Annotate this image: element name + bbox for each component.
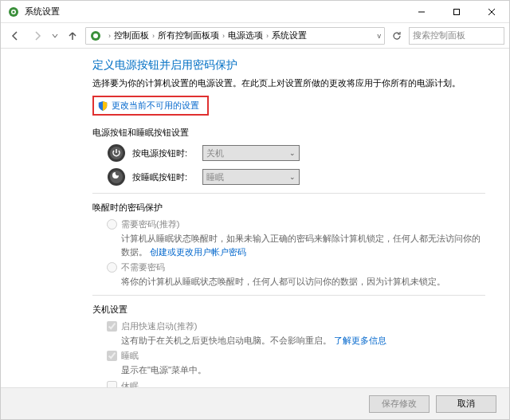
breadcrumb-icon xyxy=(89,29,102,42)
sleep-button-dropdown: 睡眠 ⌄ xyxy=(202,169,300,185)
recent-dropdown-icon[interactable] xyxy=(50,26,60,45)
learn-more-link[interactable]: 了解更多信息 xyxy=(334,336,386,345)
window-title: 系统设置 xyxy=(25,6,404,18)
power-icon xyxy=(107,143,126,163)
fastboot-label: 启用快速启动(推荐) xyxy=(121,320,197,332)
sleep-icon xyxy=(107,167,126,186)
fastboot-checkbox xyxy=(107,321,117,332)
divider xyxy=(92,295,485,296)
chevron-right-icon: › xyxy=(108,32,111,40)
window-controls xyxy=(404,1,509,23)
search-placeholder: 搜索控制面板 xyxy=(413,29,465,41)
up-button[interactable] xyxy=(63,26,82,45)
change-unavailable-settings-link[interactable]: 更改当前不可用的设置 xyxy=(112,100,199,112)
maximize-button[interactable] xyxy=(439,1,474,23)
search-input[interactable]: 搜索控制面板 xyxy=(409,27,504,45)
svg-point-2 xyxy=(13,10,15,13)
refresh-button[interactable] xyxy=(388,27,406,45)
chevron-right-icon: › xyxy=(266,32,269,40)
admin-link-highlight: 更改当前不可用的设置 xyxy=(92,96,209,116)
content: 定义电源按钮并启用密码保护 选择要为你的计算机设置的电源设置。在此页上对设置所做… xyxy=(1,49,509,387)
cancel-button[interactable]: 取消 xyxy=(436,395,496,413)
hibernate-check-label: 休眠 xyxy=(121,380,139,388)
require-password-label: 需要密码(推荐) xyxy=(121,218,179,230)
section-shutdown-title: 关机设置 xyxy=(92,304,485,316)
require-password-subtext: 计算机从睡眠状态唤醒时，如果未输入正确的密码来解除计算机锁定，任何人都无法访问你… xyxy=(121,232,485,258)
chevron-right-icon: › xyxy=(152,32,155,40)
section-password-title: 唤醒时的密码保护 xyxy=(92,202,485,214)
breadcrumb-seg[interactable]: 控制面板 xyxy=(114,29,149,41)
window: 系统设置 › 控制面板 › 所有控制面板项 › 电源选项 › 系统设置 v 搜索… xyxy=(0,0,510,420)
sleep-button-label: 按睡眠按钮时: xyxy=(132,171,196,183)
sleep-subtext: 显示在"电源"菜单中。 xyxy=(121,363,485,377)
titlebar: 系统设置 xyxy=(1,1,509,23)
require-password-radio xyxy=(107,219,117,230)
fastboot-check-row: 启用快速启动(推荐) xyxy=(107,320,485,332)
fastboot-subtext: 这有助于在关机之后更快地启动电脑。不会影响重启。 了解更多信息 xyxy=(121,334,485,347)
page-description: 选择要为你的计算机设置的电源设置。在此页上对设置所做的更改将应用于你所有的电源计… xyxy=(92,77,485,89)
hibernate-checkbox xyxy=(107,381,117,388)
svg-rect-4 xyxy=(454,9,460,14)
svg-point-8 xyxy=(93,33,98,38)
app-icon xyxy=(7,6,20,18)
require-password-radio-row: 需要密码(推荐) xyxy=(107,218,485,230)
create-change-password-link[interactable]: 创建或更改用户帐户密码 xyxy=(150,247,246,257)
chevron-right-icon: › xyxy=(222,32,225,40)
back-button[interactable] xyxy=(6,26,25,45)
save-button: 保存修改 xyxy=(369,395,430,413)
chevron-down-icon: ⌄ xyxy=(289,149,296,157)
chevron-down-icon: ⌄ xyxy=(289,173,296,181)
sleep-button-row: 按睡眠按钮时: 睡眠 ⌄ xyxy=(107,167,485,186)
sleep-checkbox xyxy=(107,351,117,361)
power-button-label: 按电源按钮时: xyxy=(132,147,196,159)
hibernate-check-row: 休眠 xyxy=(107,380,485,388)
section-buttons-title: 电源按钮和睡眠按钮设置 xyxy=(92,127,485,139)
sleep-check-row: 睡眠 xyxy=(107,350,485,362)
minimize-button[interactable] xyxy=(404,1,439,23)
breadcrumb-seg[interactable]: 电源选项 xyxy=(228,29,263,41)
sleep-button-value: 睡眠 xyxy=(206,171,224,183)
breadcrumb[interactable]: › 控制面板 › 所有控制面板项 › 电源选项 › 系统设置 v xyxy=(85,27,385,45)
no-password-radio-row: 不需要密码 xyxy=(107,261,485,273)
breadcrumb-seg[interactable]: 所有控制面板项 xyxy=(158,29,219,41)
close-button[interactable] xyxy=(474,1,509,23)
no-password-subtext: 将你的计算机从睡眠状态唤醒时，任何人都可以访问你的数据，因为计算机未锁定。 xyxy=(121,275,485,289)
breadcrumb-seg[interactable]: 系统设置 xyxy=(272,29,307,41)
power-button-value: 关机 xyxy=(206,147,224,159)
chevron-down-icon[interactable]: v xyxy=(378,32,382,40)
shield-icon xyxy=(97,100,108,112)
power-button-dropdown: 关机 ⌄ xyxy=(202,145,300,161)
sleep-check-label: 睡眠 xyxy=(121,350,139,362)
forward-button[interactable] xyxy=(28,26,47,45)
power-button-row: 按电源按钮时: 关机 ⌄ xyxy=(107,143,485,163)
footer: 保存修改 取消 xyxy=(1,387,509,419)
no-password-radio xyxy=(107,262,117,273)
page-heading: 定义电源按钮并启用密码保护 xyxy=(92,58,485,73)
navbar: › 控制面板 › 所有控制面板项 › 电源选项 › 系统设置 v 搜索控制面板 xyxy=(1,23,509,49)
divider xyxy=(92,193,485,194)
no-password-label: 不需要密码 xyxy=(121,261,165,273)
